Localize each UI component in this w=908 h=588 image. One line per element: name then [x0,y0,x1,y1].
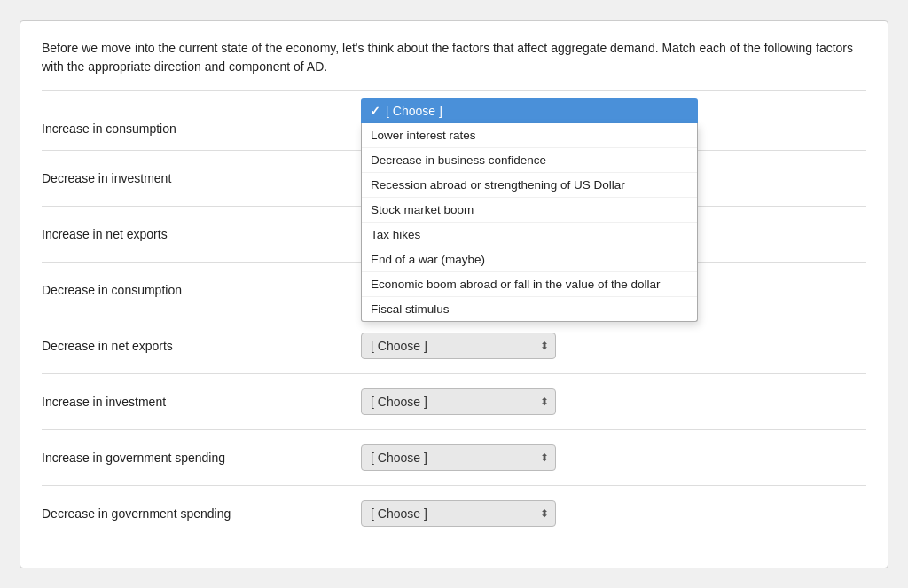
label-decrease-net-exports: Decrease in net exports [42,339,361,353]
label-increase-consumption: Increase in consumption [42,122,361,136]
option-tax-hikes[interactable]: Tax hikes [362,223,697,247]
dropdown-header[interactable]: ✓ [ Choose ] [361,98,698,123]
dropdown-increase-investment: [ Choose ] Lower interest ratesDecrease … [361,388,556,415]
row-decrease-net-exports: Decrease in net exports [ Choose ] Lower… [42,318,866,374]
select-increase-govt-spending[interactable]: [ Choose ] Lower interest ratesDecrease … [361,444,556,471]
select-decrease-govt-spending[interactable]: [ Choose ] Lower interest ratesDecrease … [361,500,556,527]
option-recession-abroad[interactable]: Recession abroad or strengthening of US … [362,173,697,198]
dropdown-decrease-govt-spending: [ Choose ] Lower interest ratesDecrease … [361,500,556,527]
label-decrease-consumption: Decrease in consumption [42,283,361,297]
select-increase-investment[interactable]: [ Choose ] Lower interest ratesDecrease … [361,388,556,415]
dropdown-selected-label: [ Choose ] [386,104,442,118]
dropdown-open: ✓ [ Choose ] Lower interest rates Decrea… [361,98,698,322]
dropdown-increase-govt-spending: [ Choose ] Lower interest ratesDecrease … [361,444,556,471]
option-stock-market[interactable]: Stock market boom [362,198,697,223]
dropdown-decrease-net-exports: [ Choose ] Lower interest ratesDecrease … [361,333,556,359]
label-decrease-govt-spending: Decrease in government spending [42,506,361,521]
label-increase-net-exports: Increase in net exports [42,227,361,241]
label-increase-investment: Increase in investment [42,395,361,409]
label-increase-govt-spending: Increase in government spending [42,451,361,465]
option-economic-boom[interactable]: Economic boom abroad or fall in the valu… [362,272,697,297]
option-decrease-confidence[interactable]: Decrease in business confidence [362,148,697,173]
select-decrease-net-exports[interactable]: [ Choose ] Lower interest ratesDecrease … [361,333,556,359]
option-lower-interest[interactable]: Lower interest rates [362,123,697,148]
row-increase-investment: Increase in investment [ Choose ] Lower … [42,374,866,430]
dropdown-list: Lower interest rates Decrease in busines… [361,123,698,322]
intro-paragraph: Before we move into the current state of… [42,39,866,91]
row-increase-consumption: Increase in consumption ✓ [ Choose ] Low… [42,107,866,151]
option-end-of-war[interactable]: End of a war (maybe) [362,247,697,272]
main-container: Before we move into the current state of… [20,20,888,568]
row-increase-govt-spending: Increase in government spending [ Choose… [42,430,866,486]
label-decrease-investment: Decrease in investment [42,171,361,185]
checkmark-icon: ✓ [370,104,380,118]
option-fiscal-stimulus[interactable]: Fiscal stimulus [362,297,697,321]
row-decrease-govt-spending: Decrease in government spending [ Choose… [42,486,866,541]
